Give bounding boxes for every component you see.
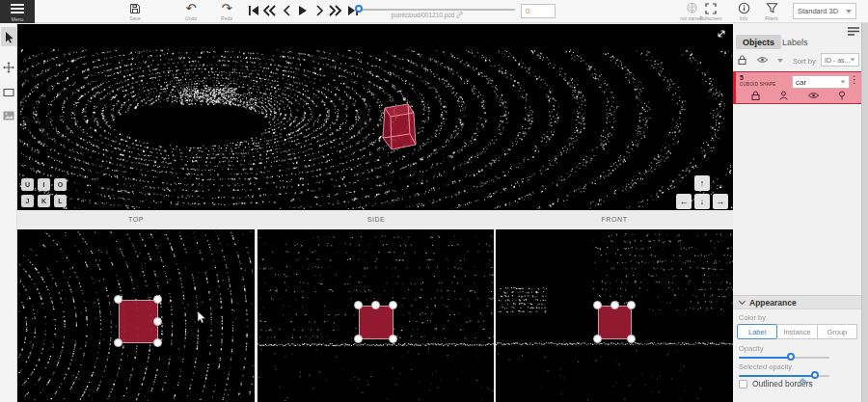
top-cuboid-handle-br[interactable]: [153, 338, 162, 347]
arrow-right-button[interactable]: →: [713, 194, 728, 209]
link-icon[interactable]: [456, 12, 463, 18]
top-cuboid-handle-bl[interactable]: [114, 338, 122, 347]
color-mode-group-button[interactable]: Group: [817, 324, 857, 339]
arrow-down-button[interactable]: ↓: [694, 194, 710, 209]
fast-forward-button[interactable]: [328, 4, 342, 17]
opacity-slider[interactable]: [739, 353, 829, 362]
object-class-select[interactable]: car: [792, 75, 850, 89]
expand-list-chevron[interactable]: [777, 59, 783, 63]
expand-icon: [716, 28, 727, 40]
outlined-borders-checkbox[interactable]: [739, 380, 747, 389]
main-view-canvas[interactable]: [17, 24, 733, 210]
key-o-button[interactable]: O: [54, 178, 67, 191]
color-by-label: Color by: [739, 313, 766, 322]
class-chevron-icon: [841, 80, 846, 83]
redo-button[interactable]: ↷ Redo: [212, 2, 241, 22]
info-button[interactable]: Info: [729, 2, 758, 22]
undo-button[interactable]: ↶ Undo: [176, 2, 205, 22]
front-cuboid-handle-tm[interactable]: [610, 301, 619, 309]
frame-number-input[interactable]: [521, 4, 556, 18]
key-l-button[interactable]: L: [54, 195, 67, 207]
sort-select[interactable]: ID - as...: [821, 53, 859, 67]
frame-slider-handle[interactable]: [355, 5, 363, 13]
chevron-down-icon: [846, 10, 852, 13]
top-cuboid-handle-tl[interactable]: [114, 295, 122, 304]
filters-button[interactable]: Filters: [757, 2, 786, 22]
previous-icon: [283, 5, 291, 16]
point-cloud-annotation-app: Menu Save ↶ Undo ↷ Redo: [0, 0, 868, 402]
side-cuboid-handle-tr[interactable]: [389, 301, 397, 309]
main-3d-view[interactable]: U I O J K L ↑ ← ↓ →: [17, 24, 733, 210]
fast-backward-button[interactable]: [262, 4, 277, 17]
object-visibility-icon[interactable]: [808, 92, 819, 99]
edit-outline-pencil-icon[interactable]: ✎: [800, 377, 808, 387]
panel-list-button[interactable]: [847, 25, 860, 38]
lock-all-button[interactable]: [738, 55, 746, 65]
top-view-cuboid[interactable]: [119, 300, 158, 343]
eye-icon: [757, 56, 768, 64]
hamburger-icon: [11, 2, 24, 15]
sort-chevron-icon: [851, 58, 855, 61]
frame-slider-track[interactable]: [359, 9, 515, 11]
front-cuboid-handle-br[interactable]: [627, 335, 636, 343]
front-cuboid-handle-bl[interactable]: [593, 335, 602, 343]
fast-forward-icon: [329, 5, 341, 16]
save-icon: [129, 2, 141, 14]
side-cuboid-handle-tl[interactable]: [354, 301, 363, 309]
show-all-button[interactable]: [757, 56, 768, 64]
right-edge-strip[interactable]: [861, 23, 868, 402]
object-menu-button[interactable]: ⋮: [850, 75, 859, 85]
top-view-label: TOP: [17, 216, 255, 223]
save-button[interactable]: Save: [121, 2, 149, 22]
skip-to-start-button[interactable]: [246, 4, 260, 17]
expand-view-button[interactable]: [716, 28, 727, 40]
tab-labels[interactable]: Labels: [775, 35, 815, 49]
key-k-button[interactable]: K: [38, 195, 50, 207]
side-cuboid-handle-tm[interactable]: [371, 301, 380, 309]
selected-opacity-slider-handle[interactable]: [811, 371, 819, 379]
key-j-button[interactable]: J: [21, 195, 34, 207]
object-lock-icon[interactable]: [751, 91, 760, 100]
image-tool-button[interactable]: [1, 106, 16, 125]
top-ortho-view[interactable]: [17, 229, 255, 402]
next-frame-button[interactable]: [312, 4, 327, 17]
sort-select-value: ID - as...: [825, 57, 850, 64]
side-ortho-view[interactable]: [258, 229, 494, 402]
object-list-item-selected[interactable]: 5 CUBOID SHAPE car ⋮: [733, 71, 861, 104]
move-tool-button[interactable]: [1, 58, 16, 77]
appearance-header[interactable]: Appearance: [733, 295, 861, 309]
image-icon: [3, 111, 14, 121]
object-pin-icon[interactable]: [838, 91, 846, 100]
fullscreen-button[interactable]: Fullscreen: [696, 2, 725, 22]
tab-objects[interactable]: Objects: [736, 35, 781, 49]
view-mode-select[interactable]: Standard 3D: [793, 3, 856, 19]
front-ortho-view[interactable]: [496, 229, 733, 402]
color-mode-instance-button[interactable]: Instance: [776, 324, 817, 339]
fullscreen-icon: [705, 2, 717, 14]
cuboid-tool-button[interactable]: [1, 83, 16, 102]
menu-button[interactable]: Menu: [0, 0, 35, 23]
side-cuboid-handle-bl[interactable]: [354, 335, 363, 343]
previous-frame-button[interactable]: [280, 4, 294, 17]
key-i-button[interactable]: I: [38, 178, 50, 191]
front-cuboid-handle-tr[interactable]: [627, 301, 636, 309]
color-mode-label-button[interactable]: Label: [737, 324, 777, 339]
skip-start-icon: [248, 5, 259, 16]
undo-label: Undo: [185, 15, 197, 21]
appearance-title: Appearance: [749, 298, 797, 308]
key-u-button[interactable]: U: [21, 178, 34, 191]
play-icon: [297, 5, 308, 16]
side-view-cuboid[interactable]: [359, 306, 393, 339]
opacity-slider-handle[interactable]: [787, 353, 795, 361]
front-cuboid-handle-tl[interactable]: [593, 301, 602, 309]
arrow-left-button[interactable]: ←: [676, 194, 692, 209]
play-button[interactable]: [295, 4, 310, 17]
side-cuboid-handle-br[interactable]: [389, 335, 397, 343]
arrow-up-button[interactable]: ↑: [694, 175, 710, 191]
select-tool-button[interactable]: [1, 27, 16, 46]
object-class-value: car: [796, 78, 806, 87]
object-instance-icon[interactable]: [779, 91, 788, 100]
top-cuboid-handle-r[interactable]: [153, 317, 162, 326]
front-view-cuboid[interactable]: [598, 306, 632, 339]
top-cuboid-handle-tr[interactable]: [153, 295, 162, 304]
